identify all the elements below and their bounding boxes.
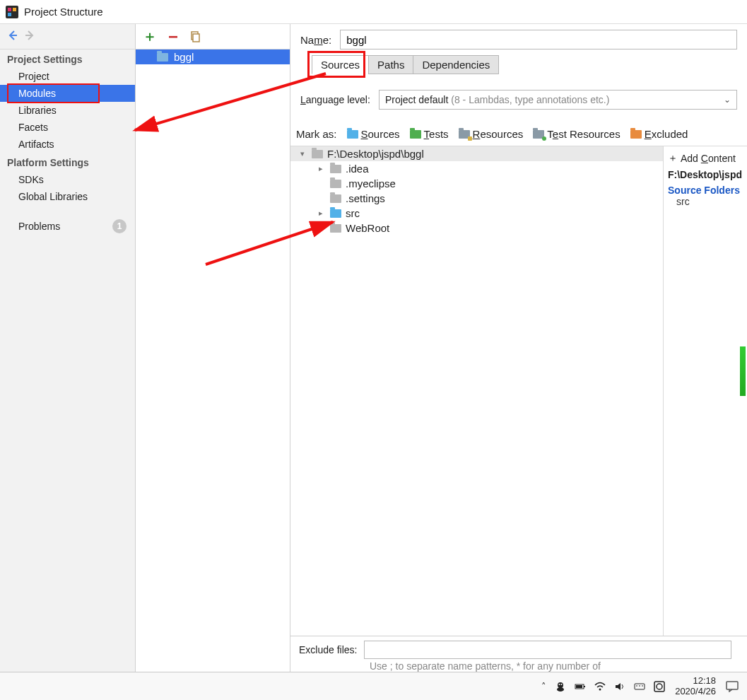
ime-icon[interactable] — [654, 681, 665, 692]
battery-icon[interactable] — [575, 681, 586, 692]
folder-tree[interactable]: ▾ F:\Desktop\jspd\bggl ▸ .idea .myeclips… — [290, 146, 664, 636]
content-root-path[interactable]: F:\Desktop\jspd — [668, 169, 743, 180]
language-level-label: Language level: — [300, 94, 370, 105]
tab-sources[interactable]: Sources — [312, 55, 369, 74]
module-name: bggl — [174, 51, 194, 63]
module-item-bggl[interactable]: bggl — [136, 49, 290, 64]
module-list-toolbar: ＋ − — [136, 24, 290, 49]
language-level-row: Language level: Project default (8 - Lam… — [300, 90, 737, 110]
module-list-panel: ＋ − bggl — [136, 24, 290, 672]
sidebar-item-facets[interactable]: Facets — [0, 119, 135, 136]
name-row: Name: — [290, 24, 747, 55]
name-label: Name: — [300, 34, 331, 46]
folder-icon — [330, 224, 341, 233]
svg-rect-16 — [635, 684, 645, 689]
svg-rect-3 — [8, 13, 11, 16]
section-header-project-settings: Project Settings — [0, 49, 135, 68]
system-tray: ˄ — [541, 681, 665, 692]
add-module-icon[interactable]: ＋ — [143, 27, 157, 46]
tree-item-label: .idea — [346, 163, 369, 175]
svg-rect-22 — [727, 682, 738, 689]
excluded-folder-icon — [630, 130, 642, 139]
module-name-input[interactable] — [340, 30, 737, 49]
plus-icon: ＋ — [668, 152, 678, 165]
volume-icon[interactable] — [614, 681, 625, 692]
scroll-indicator — [740, 346, 746, 396]
mark-tests-button[interactable]: Tests — [410, 128, 449, 140]
main-panel: Name: Sources Paths Dependencies Languag… — [290, 24, 747, 672]
tests-folder-icon — [410, 130, 421, 139]
sidebar-item-sdks[interactable]: SDKs — [0, 171, 135, 188]
exclude-hint: Use ; to separate name patterns, * for a… — [299, 660, 739, 672]
problems-label: Problems — [18, 221, 60, 232]
tab-paths[interactable]: Paths — [368, 55, 413, 74]
mark-resources-button[interactable]: Resources — [459, 128, 524, 140]
content-split: ▾ F:\Desktop\jspd\bggl ▸ .idea .myeclips… — [290, 146, 747, 636]
problems-count-badge: 1 — [112, 219, 127, 233]
module-tabs: Sources Paths Dependencies — [312, 55, 747, 74]
tray-expand-icon[interactable]: ˄ — [541, 681, 546, 692]
section-header-platform-settings: Platform Settings — [0, 153, 135, 171]
resources-folder-icon — [459, 130, 470, 139]
language-level-value: Project default (8 - Lambdas, type annot… — [385, 94, 610, 105]
tree-root-label: F:\Desktop\jspd\bggl — [327, 148, 424, 160]
test-resources-folder-icon — [533, 130, 544, 139]
mark-test-resources-button[interactable]: Test Resources — [533, 128, 620, 140]
tree-item-myeclipse[interactable]: .myeclipse — [290, 176, 663, 191]
tree-item-label: .myeclipse — [346, 177, 396, 189]
svg-point-15 — [599, 688, 601, 690]
keyboard-icon[interactable] — [634, 681, 645, 692]
sidebar-item-libraries[interactable]: Libraries — [0, 102, 135, 119]
mark-sources-button[interactable]: Sources — [347, 128, 400, 140]
chevron-right-icon[interactable]: ▸ — [316, 223, 326, 233]
chevron-down-icon: ⌄ — [724, 95, 731, 105]
tree-item-label: src — [346, 207, 360, 219]
sidebar-item-artifacts[interactable]: Artifacts — [0, 136, 135, 153]
mark-excluded-button[interactable]: Excluded — [630, 128, 688, 140]
chevron-right-icon[interactable]: ▸ — [316, 164, 326, 173]
source-folder-item[interactable]: src — [668, 196, 743, 207]
date-text: 2020/4/26 — [675, 687, 716, 696]
language-level-select[interactable]: Project default (8 - Lambdas, type annot… — [379, 90, 737, 110]
svg-rect-1 — [8, 8, 11, 11]
tree-item-idea[interactable]: ▸ .idea — [290, 161, 663, 176]
mark-as-row: Mark as: Sources Tests Resources Test Re… — [296, 128, 737, 140]
wifi-icon[interactable] — [594, 681, 606, 692]
clock[interactable]: 12:18 2020/4/26 — [675, 676, 716, 696]
penguin-icon[interactable] — [555, 681, 566, 692]
source-folder-icon — [330, 209, 341, 218]
notifications-icon[interactable] — [726, 681, 739, 692]
forward-icon[interactable] — [24, 30, 35, 43]
window-title: Project Structure — [24, 6, 103, 18]
exclude-files-input[interactable] — [364, 641, 731, 659]
svg-rect-2 — [13, 8, 16, 11]
svg-point-10 — [559, 684, 560, 685]
sidebar-item-problems[interactable]: Problems 1 — [0, 216, 135, 236]
svg-rect-13 — [584, 686, 585, 687]
chevron-right-icon[interactable]: ▸ — [316, 209, 326, 218]
tree-item-webroot[interactable]: ▸ WebRoot — [290, 221, 663, 235]
tab-dependencies[interactable]: Dependencies — [413, 55, 499, 74]
add-content-root-button[interactable]: ＋ Add Content — [668, 152, 743, 165]
tree-item-settings[interactable]: .settings — [290, 191, 663, 206]
svg-rect-14 — [576, 685, 582, 688]
chevron-down-icon[interactable]: ▾ — [298, 149, 307, 158]
folder-icon — [330, 194, 341, 203]
svg-point-21 — [657, 684, 662, 689]
sidebar: Project Settings Project Modules Librari… — [0, 24, 136, 672]
back-icon[interactable] — [7, 30, 18, 43]
source-folders-header: Source Folders — [668, 185, 743, 196]
copy-module-icon[interactable] — [189, 31, 201, 42]
taskbar: ˄ 12:18 2020/4/26 — [0, 672, 747, 700]
mark-as-label: Mark as: — [296, 128, 337, 140]
tree-root-row[interactable]: ▾ F:\Desktop\jspd\bggl — [290, 146, 663, 161]
folder-icon — [330, 165, 341, 173]
title-bar: Project Structure — [0, 0, 747, 24]
exclude-files-label: Exclude files: — [299, 644, 357, 655]
sources-folder-icon — [347, 130, 358, 139]
sidebar-item-global-libraries[interactable]: Global Libraries — [0, 188, 135, 205]
sidebar-item-project[interactable]: Project — [0, 68, 135, 85]
sidebar-item-modules[interactable]: Modules — [0, 85, 135, 102]
exclude-files-row: Exclude files: Use ; to separate name pa… — [290, 636, 747, 672]
tree-item-src[interactable]: ▸ src — [290, 206, 663, 221]
